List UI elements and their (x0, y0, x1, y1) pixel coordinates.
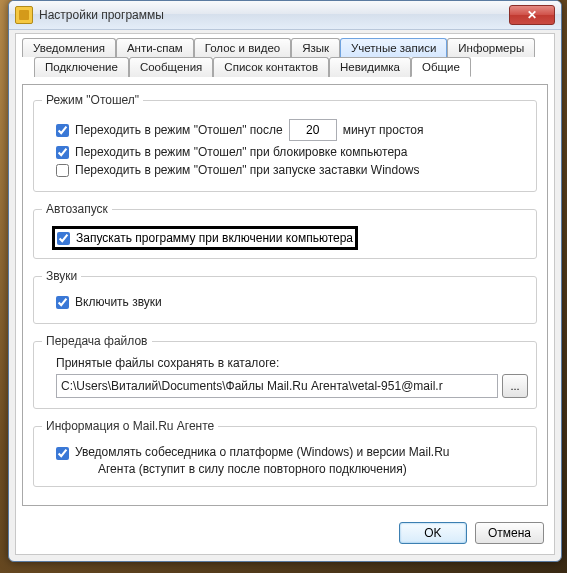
group-sounds-legend: Звуки (42, 269, 81, 283)
tab-antispam[interactable]: Анти-спам (116, 38, 194, 57)
window-title: Настройки программы (39, 8, 509, 22)
button-browse[interactable]: ... (502, 374, 528, 398)
checkbox-sounds[interactable] (56, 296, 69, 309)
input-files-path[interactable] (56, 374, 498, 398)
browse-icon: ... (510, 380, 519, 392)
tab-voice-video[interactable]: Голос и видео (194, 38, 291, 57)
checkbox-autorun[interactable] (57, 232, 70, 245)
group-sounds: Звуки Включить звуки (33, 269, 537, 324)
input-away-minutes[interactable] (289, 119, 337, 141)
tab-contacts[interactable]: Список контактов (213, 57, 329, 77)
checkbox-away-after[interactable] (56, 124, 69, 137)
row-away-screensaver: Переходить в режим "Отошел" при запуске … (42, 163, 528, 177)
titlebar[interactable]: Настройки программы ✕ (9, 1, 561, 30)
tab-notifications[interactable]: Уведомления (22, 38, 116, 57)
autorun-highlight: Запускать программу при включении компью… (52, 226, 358, 250)
group-autorun-legend: Автозапуск (42, 202, 112, 216)
label-sounds: Включить звуки (75, 295, 162, 309)
tab-language[interactable]: Язык (291, 38, 340, 57)
tab-connection[interactable]: Подключение (34, 57, 129, 77)
close-button[interactable]: ✕ (509, 5, 555, 25)
tab-informers[interactable]: Информеры (447, 38, 535, 57)
close-icon: ✕ (527, 8, 537, 22)
group-files: Передача файлов Принятые файлы сохранять… (33, 334, 537, 409)
label-away-screensaver: Переходить в режим "Отошел" при запуске … (75, 163, 420, 177)
group-away-legend: Режим "Отошел" (42, 93, 143, 107)
label-away-after-suffix: минут простоя (343, 123, 424, 137)
tab-invisible[interactable]: Невидимка (329, 57, 411, 77)
tab-row-2: Подключение Сообщения Список контактов Н… (16, 57, 554, 77)
tab-messages[interactable]: Сообщения (129, 57, 213, 77)
client-area: Уведомления Анти-спам Голос и видео Язык… (15, 33, 555, 555)
group-autorun: Автозапуск Запускать программу при включ… (33, 202, 537, 259)
group-info-legend: Информация о Mail.Ru Агенте (42, 419, 218, 433)
group-away: Режим "Отошел" Переходить в режим "Отоше… (33, 93, 537, 192)
label-info-line1: Уведомлять собеседника о платформе (Wind… (75, 445, 450, 459)
app-icon (15, 6, 33, 24)
group-files-legend: Передача файлов (42, 334, 152, 348)
row-away-lock: Переходить в режим "Отошел" при блокиров… (42, 145, 528, 159)
settings-window: Настройки программы ✕ Уведомления Анти-с… (8, 0, 562, 562)
tab-row-1: Уведомления Анти-спам Голос и видео Язык… (16, 34, 554, 57)
ok-button[interactable]: OK (399, 522, 467, 544)
label-away-lock: Переходить в режим "Отошел" при блокиров… (75, 145, 407, 159)
row-info: Уведомлять собеседника о платформе (Wind… (42, 445, 528, 460)
cancel-button[interactable]: Отмена (475, 522, 544, 544)
label-files-caption: Принятые файлы сохранять в каталоге: (42, 356, 528, 370)
tab-general[interactable]: Общие (411, 57, 471, 77)
checkbox-away-lock[interactable] (56, 146, 69, 159)
tab-accounts[interactable]: Учетные записи (340, 38, 447, 57)
checkbox-away-screensaver[interactable] (56, 164, 69, 177)
group-info: Информация о Mail.Ru Агенте Уведомлять с… (33, 419, 537, 487)
tab-panel-general: Режим "Отошел" Переходить в режим "Отоше… (22, 84, 548, 506)
label-autorun: Запускать программу при включении компью… (76, 231, 353, 245)
row-away-after: Переходить в режим "Отошел" после минут … (42, 119, 528, 141)
label-away-after-prefix: Переходить в режим "Отошел" после (75, 123, 283, 137)
row-sounds: Включить звуки (42, 295, 528, 309)
label-info-line2: Агента (вступит в силу после повторного … (42, 462, 528, 476)
button-bar: OK Отмена (399, 522, 544, 544)
checkbox-info[interactable] (56, 447, 69, 460)
row-files-path: ... (42, 374, 528, 398)
